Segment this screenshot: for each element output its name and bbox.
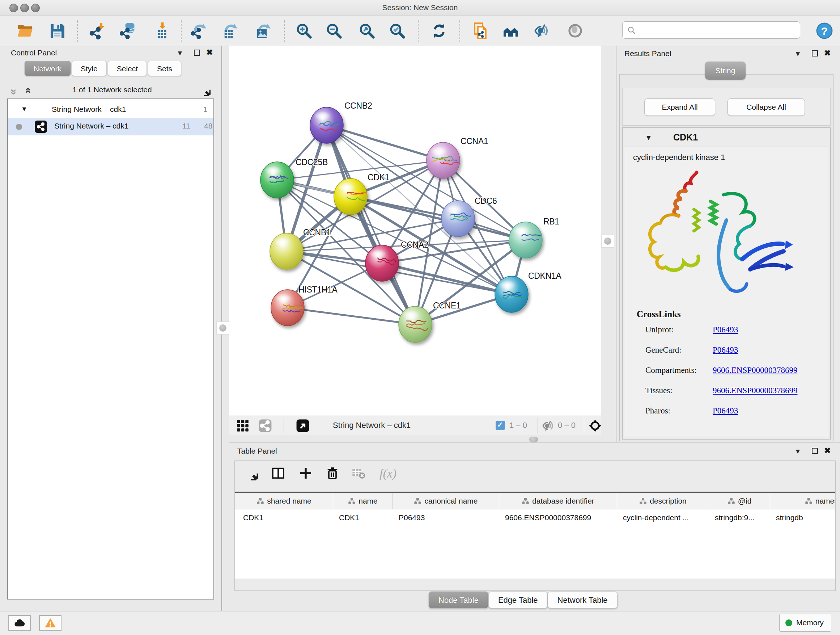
tab-select[interactable]: Select — [108, 61, 147, 76]
table-cell[interactable]: 9606.ENSP00000378699 — [499, 510, 617, 526]
control-panel-maximize-icon[interactable] — [194, 50, 200, 56]
column-header-database-identifier[interactable]: database identifier — [499, 493, 617, 509]
crosslink-label: Uniprot: — [645, 325, 674, 334]
import-network-from-database-icon[interactable] — [120, 22, 137, 40]
tab-network[interactable]: Network — [25, 61, 71, 76]
network-node-hist1h1a[interactable] — [271, 290, 304, 326]
open-session-icon[interactable] — [17, 22, 34, 40]
network-graph[interactable]: CCNB2CCNA1CDC25BCDK1CDC6RB1CCNB1CCNA2CDK… — [229, 46, 601, 416]
network-node-ccnb2[interactable] — [310, 107, 343, 143]
column-header-namespace[interactable]: namespace — [770, 493, 835, 509]
table-cell[interactable]: CDK1 — [235, 510, 333, 526]
network-options-gear-icon[interactable] — [197, 82, 210, 96]
table-tabs: Node TableEdge TableNetwork Table — [429, 592, 617, 608]
table-settings-gear-icon[interactable] — [243, 466, 258, 480]
delete-column-icon[interactable] — [325, 466, 340, 480]
table-panel-close-icon[interactable]: ✖ — [824, 446, 831, 455]
zoom-in-icon[interactable] — [295, 22, 313, 40]
fit-content-crosshair-icon[interactable] — [588, 419, 602, 432]
table-cell[interactable]: CDK1 — [333, 510, 393, 526]
table-splitter-handle[interactable] — [529, 437, 538, 442]
crosslink-link[interactable]: P06493 — [713, 345, 738, 355]
table-cell[interactable]: stringdb — [770, 510, 835, 526]
network-node-cdk1[interactable] — [334, 179, 367, 215]
control-panel-close-icon[interactable]: ✖ — [206, 48, 213, 57]
crosslink-link[interactable]: 9606.ENSP00000378699 — [713, 366, 798, 375]
table-panel-maximize-icon[interactable] — [812, 448, 818, 454]
hide-selected-icon[interactable] — [533, 22, 550, 40]
search-input[interactable] — [639, 23, 797, 37]
table-row[interactable]: CDK1CDK1P064939606.ENSP00000378699cyclin… — [235, 510, 835, 526]
export-table-icon[interactable] — [222, 22, 239, 40]
network-canvas[interactable]: CCNB2CCNA1CDC25BCDK1CDC6RB1CCNB1CCNA2CDK… — [229, 46, 601, 416]
save-session-icon[interactable] — [49, 22, 66, 40]
tab-style[interactable]: Style — [72, 61, 107, 76]
gene-expander-icon[interactable]: ▼ — [645, 134, 652, 142]
network-node-ccne1[interactable] — [399, 306, 432, 342]
hidden-eye-icon[interactable] — [541, 419, 555, 432]
network-node-cdkn1a[interactable] — [495, 276, 528, 312]
export-network-icon[interactable] — [191, 22, 208, 40]
column-header-name[interactable]: name — [333, 493, 393, 509]
show-all-icon[interactable] — [567, 22, 584, 40]
table-cell[interactable]: cyclin-dependent ... — [617, 510, 709, 526]
tab-edge-table[interactable]: Edge Table — [488, 592, 548, 608]
zoom-fit-icon[interactable] — [358, 22, 376, 40]
tab-sets[interactable]: Sets — [148, 61, 181, 76]
network-node-cdc6[interactable] — [441, 201, 475, 237]
tab-network-table[interactable]: Network Table — [548, 592, 617, 608]
table-cell[interactable]: stringdb:9... — [709, 510, 770, 526]
right-splitter-handle[interactable] — [601, 234, 614, 248]
export-image-icon[interactable] — [255, 22, 272, 40]
collapse-all-networks-icon[interactable]: » — [8, 89, 20, 93]
tab-string[interactable]: String — [705, 62, 745, 80]
copy-network-icon[interactable] — [472, 22, 489, 40]
zoom-selected-icon[interactable] — [388, 22, 406, 40]
results-panel-float-icon[interactable]: ▼ — [794, 50, 801, 58]
zoom-out-icon[interactable] — [325, 22, 343, 40]
right-splitter[interactable] — [616, 46, 616, 442]
memory-button[interactable]: Memory — [779, 614, 831, 632]
network-node-ccna1[interactable] — [426, 142, 460, 179]
import-network-icon[interactable] — [89, 22, 107, 40]
expand-collapse-box: Expand All Collapse All — [622, 88, 831, 126]
collapse-all-button[interactable]: Collapse All — [728, 98, 805, 116]
expand-all-networks-icon[interactable]: » — [21, 90, 33, 94]
results-panel-maximize-icon[interactable] — [812, 50, 818, 57]
network-row-selected[interactable]: String Network – cdk1 11 48 — [8, 118, 213, 135]
network-collection-row[interactable]: ▼ String Network – cdk1 1 — [8, 102, 213, 118]
table-panel-float-icon[interactable]: ▼ — [794, 448, 801, 455]
column-header-@id[interactable]: @id — [709, 493, 770, 509]
column-header-description[interactable]: description — [617, 493, 709, 509]
column-header-canonical-name[interactable]: canonical name — [393, 493, 499, 509]
collection-expander-icon[interactable]: ▼ — [21, 105, 27, 113]
network-node-cdc25b[interactable] — [261, 162, 294, 198]
home-icon[interactable] — [502, 22, 519, 40]
crosslink-link[interactable]: P06493 — [713, 406, 738, 416]
network-node-ccna2[interactable] — [365, 245, 399, 281]
refresh-icon[interactable] — [431, 22, 448, 40]
show-columns-icon[interactable] — [271, 466, 286, 480]
birdseye-view-icon[interactable] — [236, 419, 249, 432]
selected-nodes-checkbox[interactable]: ✓ — [496, 421, 505, 430]
expand-all-button[interactable]: Expand All — [644, 98, 715, 116]
open-in-window-icon[interactable] — [296, 419, 309, 432]
network-node-ccnb1[interactable] — [270, 233, 303, 269]
help-icon[interactable]: ? — [816, 22, 833, 40]
add-column-icon[interactable] — [298, 466, 313, 480]
control-panel-float-icon[interactable]: ▼ — [177, 49, 183, 57]
column-header-shared-name[interactable]: shared name — [235, 493, 333, 509]
crosslink-link[interactable]: 9606.ENSP00000378699 — [713, 386, 798, 395]
results-panel-close-icon[interactable]: ✖ — [824, 49, 831, 58]
selected-nodes-count: 1 – 0 — [509, 421, 527, 430]
node-label-cdk1: CDK1 — [368, 173, 389, 182]
cloud-button[interactable] — [8, 615, 31, 631]
table-cell[interactable]: P06493 — [393, 510, 499, 526]
tab-node-table[interactable]: Node Table — [429, 592, 488, 608]
import-table-icon[interactable] — [154, 22, 171, 40]
crosslinks-title: CrossLinks — [637, 309, 681, 319]
crosslink-link[interactable]: P06493 — [713, 325, 738, 334]
network-node-rb1[interactable] — [509, 222, 542, 258]
warnings-button[interactable] — [39, 615, 62, 631]
left-splitter-handle[interactable] — [216, 321, 229, 334]
